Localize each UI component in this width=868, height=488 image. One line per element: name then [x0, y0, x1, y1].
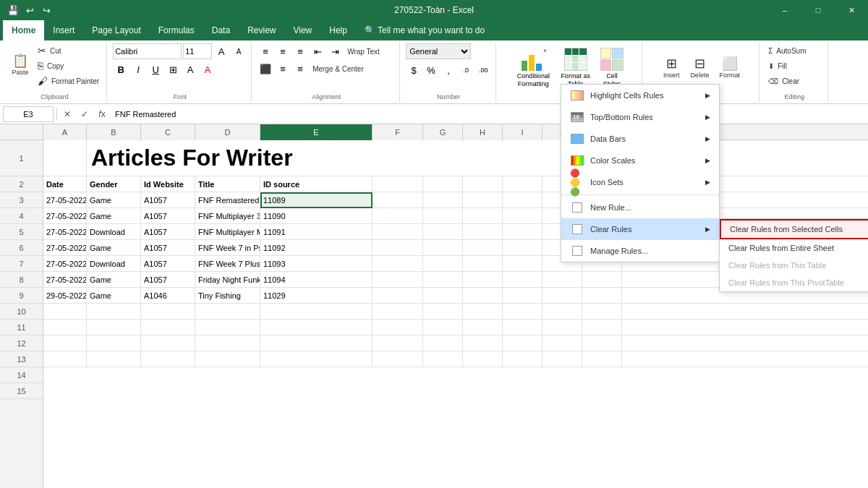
- submenu-clear-selected[interactable]: Clear Rules from Selected Cells: [720, 219, 868, 239]
- cell-G2[interactable]: [423, 176, 463, 192]
- cell-I8[interactable]: [503, 272, 542, 288]
- cell-G8[interactable]: [423, 272, 463, 288]
- cell-A9[interactable]: 29-05-2022: [43, 288, 87, 304]
- delete-button[interactable]: ⊟ Delete: [686, 46, 713, 90]
- minimize-button[interactable]: –: [768, 0, 801, 20]
- cut-button[interactable]: ✂ Cut: [35, 43, 102, 58]
- cell-E4[interactable]: 11090: [260, 208, 373, 224]
- cell-E8[interactable]: 11094: [260, 272, 373, 288]
- cell-merged-title[interactable]: Articles For Writer: [87, 140, 622, 176]
- menu-item-new-rule[interactable]: New Rule...: [561, 197, 719, 218]
- tab-tell-me[interactable]: 🔍 Tell me what you want to do: [356, 20, 493, 40]
- increase-decimal-button[interactable]: .00: [475, 62, 491, 78]
- conditional-formatting-button[interactable]: * ConditionalFormatting: [511, 46, 555, 90]
- tab-review[interactable]: Review: [239, 20, 284, 40]
- border-button[interactable]: ⊞: [165, 61, 181, 77]
- cell-H9[interactable]: [463, 288, 503, 304]
- tab-view[interactable]: View: [284, 20, 320, 40]
- cell-D6[interactable]: FNF Week 7 in Psych Engine: [195, 240, 260, 256]
- cell-B10[interactable]: [87, 304, 141, 320]
- col-header-E[interactable]: E: [260, 124, 373, 140]
- align-top-center-button[interactable]: ≡: [275, 43, 291, 59]
- cell-C3[interactable]: A1057: [141, 192, 195, 208]
- cell-I6[interactable]: [503, 240, 542, 256]
- tab-page-layout[interactable]: Page Layout: [83, 20, 149, 40]
- cell-D9[interactable]: Tiny Fishing: [195, 288, 260, 304]
- cell-B6[interactable]: Game: [87, 240, 141, 256]
- cell-E7[interactable]: 11093: [260, 256, 373, 272]
- format-as-table-button[interactable]: Format asTable: [556, 46, 595, 90]
- cell-I2[interactable]: [503, 176, 542, 192]
- cell-I10[interactable]: [503, 304, 542, 320]
- row-header-10[interactable]: 10: [0, 304, 43, 320]
- cell-K10[interactable]: [582, 304, 622, 320]
- cell-A3[interactable]: 27-05-2022: [43, 192, 87, 208]
- fill-button[interactable]: ⬇ Fill: [765, 59, 823, 73]
- row-header-13[interactable]: 13: [0, 351, 43, 367]
- insert-function-button[interactable]: fx: [95, 107, 109, 121]
- formula-input[interactable]: [112, 106, 865, 122]
- cell-H8[interactable]: [463, 272, 503, 288]
- cell-F6[interactable]: [373, 240, 423, 256]
- cell-F3[interactable]: [373, 192, 423, 208]
- col-header-A[interactable]: A: [43, 124, 87, 140]
- row-header-9[interactable]: 9: [0, 288, 43, 304]
- cell-J9[interactable]: [542, 288, 582, 304]
- col-header-B[interactable]: B: [87, 124, 141, 140]
- cell-E6[interactable]: 11092: [260, 240, 373, 256]
- cell-H7[interactable]: [463, 256, 503, 272]
- row-header-5[interactable]: 5: [0, 224, 43, 240]
- cell-E10[interactable]: [260, 304, 373, 320]
- cell-F5[interactable]: [373, 224, 423, 240]
- cell-A4[interactable]: 27-05-2022: [43, 208, 87, 224]
- tab-insert[interactable]: Insert: [44, 20, 83, 40]
- increase-indent-button[interactable]: ⇥: [327, 43, 343, 59]
- cell-F4[interactable]: [373, 208, 423, 224]
- cell-D10[interactable]: [195, 304, 260, 320]
- cell-A10[interactable]: [43, 304, 87, 320]
- cell-J10[interactable]: [542, 304, 582, 320]
- cell-H6[interactable]: [463, 240, 503, 256]
- cell-K9[interactable]: [582, 288, 622, 304]
- cell-A6[interactable]: 27-05-2022: [43, 240, 87, 256]
- accounting-format-button[interactable]: $: [406, 62, 422, 78]
- close-button[interactable]: ✕: [835, 0, 868, 20]
- undo-icon[interactable]: ↩: [22, 3, 37, 17]
- cell-H3[interactable]: [463, 192, 503, 208]
- cell-G9[interactable]: [423, 288, 463, 304]
- increase-font-button[interactable]: A: [213, 43, 229, 59]
- row-header-7[interactable]: 7: [0, 256, 43, 272]
- cell-G5[interactable]: [423, 224, 463, 240]
- cell-I5[interactable]: [503, 224, 542, 240]
- col-header-I[interactable]: I: [503, 124, 542, 140]
- cell-I4[interactable]: [503, 208, 542, 224]
- cell-C4[interactable]: A1057: [141, 208, 195, 224]
- italic-button[interactable]: I: [130, 61, 146, 77]
- cell-H4[interactable]: [463, 208, 503, 224]
- menu-item-top-bottom[interactable]: 10 Top/Bottom Rules ▶: [561, 106, 719, 128]
- menu-item-clear-rules[interactable]: Clear Rules ▶ Clear Rules from Selected …: [561, 218, 719, 240]
- comma-button[interactable]: ,: [441, 62, 456, 78]
- row-header-3[interactable]: 3: [0, 192, 43, 208]
- font-color-button[interactable]: A: [200, 61, 216, 77]
- percent-button[interactable]: %: [423, 62, 439, 78]
- cell-A2[interactable]: Date: [43, 176, 87, 192]
- format-painter-button[interactable]: 🖌 Format Painter: [35, 74, 102, 88]
- clear-button[interactable]: ⌫ Clear: [765, 74, 823, 88]
- align-right-button[interactable]: ≡: [292, 61, 308, 77]
- maximize-button[interactable]: □: [801, 0, 835, 20]
- cell-D2[interactable]: Title: [195, 176, 260, 192]
- align-top-left-button[interactable]: ≡: [258, 43, 273, 59]
- row-header-6[interactable]: 6: [0, 240, 43, 256]
- cell-E3[interactable]: 11089: [260, 192, 373, 208]
- row-header-1[interactable]: 1: [0, 140, 43, 176]
- row-header-14[interactable]: 14: [0, 367, 43, 383]
- col-header-F[interactable]: F: [373, 124, 423, 140]
- cell-styles-button[interactable]: CellStyles: [596, 46, 628, 90]
- menu-item-manage-rules[interactable]: Manage Rules...: [561, 240, 719, 262]
- row-header-2[interactable]: 2: [0, 176, 43, 192]
- menu-item-data-bars[interactable]: Data Bars ▶: [561, 128, 719, 150]
- cell-E2[interactable]: ID source: [260, 176, 373, 192]
- merge-center-button[interactable]: Merge & Center: [310, 61, 375, 76]
- cell-C6[interactable]: A1057: [141, 240, 195, 256]
